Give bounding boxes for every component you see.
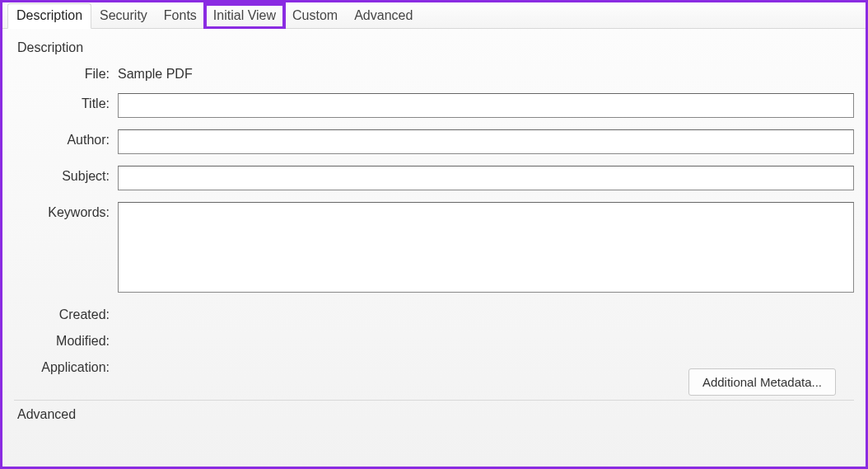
application-label: Application: <box>14 357 118 375</box>
tab-security[interactable]: Security <box>91 4 156 28</box>
title-input[interactable] <box>118 93 854 118</box>
keywords-label: Keywords: <box>14 202 118 220</box>
file-label: File: <box>14 63 118 82</box>
application-value <box>118 357 854 360</box>
tab-initial-view[interactable]: Initial View <box>205 4 284 28</box>
created-value <box>118 304 854 307</box>
author-label: Author: <box>14 129 118 148</box>
tab-custom[interactable]: Custom <box>284 4 346 28</box>
subject-input[interactable] <box>118 166 854 190</box>
description-group-heading: Description <box>17 40 854 55</box>
keywords-input[interactable] <box>118 202 854 293</box>
tab-description[interactable]: Description <box>7 3 91 29</box>
author-input[interactable] <box>118 129 854 154</box>
tab-fonts[interactable]: Fonts <box>156 4 205 28</box>
subject-label: Subject: <box>14 166 118 184</box>
title-label: Title: <box>14 93 118 111</box>
modified-label: Modified: <box>14 331 118 349</box>
modified-value <box>118 331 854 334</box>
tab-advanced[interactable]: Advanced <box>346 4 421 28</box>
tab-bar: Description Security Fonts Initial View … <box>2 2 866 29</box>
additional-metadata-button[interactable]: Additional Metadata... <box>688 368 836 396</box>
file-value: Sample PDF <box>118 63 854 82</box>
created-label: Created: <box>14 304 118 322</box>
advanced-group-heading: Advanced <box>14 400 854 422</box>
